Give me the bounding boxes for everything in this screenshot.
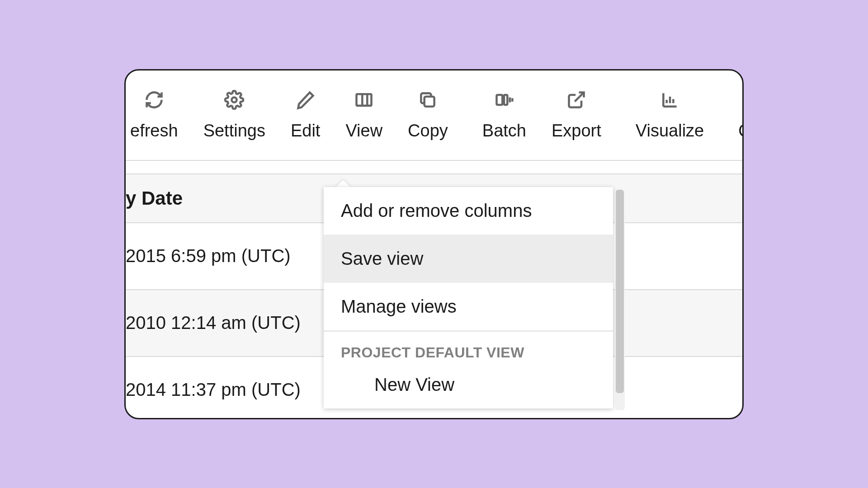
cell-date: 2014 11:37 pm (UTC)	[126, 380, 301, 400]
copy-label: Copy	[408, 121, 448, 141]
dropdown-panel: Add or remove columns Save view Manage v…	[324, 187, 613, 408]
menu-item-label: Save view	[341, 249, 423, 268]
copy-button[interactable]: Copy	[395, 70, 461, 160]
view-dropdown: Add or remove columns Save view Manage v…	[324, 187, 613, 408]
quick-label: Qui	[738, 121, 744, 141]
export-button[interactable]: Export	[539, 70, 614, 160]
batch-label: Batch	[482, 121, 526, 141]
batch-button[interactable]: Batch	[470, 70, 539, 160]
app-window: efresh Settings Edit View Copy	[124, 69, 744, 419]
menu-item-label: Manage views	[341, 296, 457, 316]
pencil-icon	[295, 89, 316, 110]
svg-line-9	[575, 93, 584, 102]
scrollbar-thumb[interactable]	[616, 190, 624, 394]
refresh-icon	[144, 89, 165, 110]
batch-icon	[494, 89, 514, 110]
chart-icon	[660, 89, 680, 110]
settings-label: Settings	[203, 121, 265, 141]
visualize-button[interactable]: Visualize	[623, 70, 717, 160]
dropdown-section-header: PROJECT DEFAULT VIEW	[324, 331, 613, 366]
cell-date: 2015 6:59 pm (UTC)	[126, 246, 291, 266]
refresh-button[interactable]: efresh	[126, 70, 191, 160]
toolbar: efresh Settings Edit View Copy	[126, 70, 742, 161]
menu-add-remove-columns[interactable]: Add or remove columns	[324, 187, 613, 235]
menu-view-item[interactable]: New View	[324, 366, 613, 408]
svg-rect-6	[504, 95, 507, 105]
edit-label: Edit	[291, 121, 320, 141]
svg-rect-4	[425, 97, 434, 107]
svg-point-0	[232, 98, 237, 103]
quick-button[interactable]: Qui	[726, 70, 744, 160]
section-label: PROJECT DEFAULT VIEW	[341, 344, 524, 361]
svg-rect-1	[357, 94, 372, 106]
menu-manage-views[interactable]: Manage views	[324, 283, 613, 331]
columns-icon	[354, 89, 374, 110]
export-label: Export	[552, 121, 601, 141]
cell-date: 2010 12:14 am (UTC)	[126, 313, 301, 333]
column-header-label: y Date	[126, 188, 183, 209]
refresh-label: efresh	[130, 121, 178, 141]
menu-item-label: Add or remove columns	[341, 201, 532, 221]
view-label: View	[345, 121, 382, 141]
copy-icon	[417, 89, 438, 110]
gear-icon	[224, 89, 245, 110]
svg-rect-5	[497, 95, 503, 105]
view-button[interactable]: View	[333, 70, 395, 160]
content-area: y Date 2015 6:59 pm (UTC) 2010 12:14 am …	[126, 174, 742, 419]
menu-save-view[interactable]: Save view	[324, 235, 613, 283]
export-icon	[566, 89, 587, 110]
view-name-label: New View	[374, 375, 454, 394]
visualize-label: Visualize	[636, 121, 704, 141]
edit-button[interactable]: Edit	[278, 70, 333, 160]
settings-button[interactable]: Settings	[191, 70, 278, 160]
dropdown-scrollbar[interactable]	[615, 189, 625, 410]
